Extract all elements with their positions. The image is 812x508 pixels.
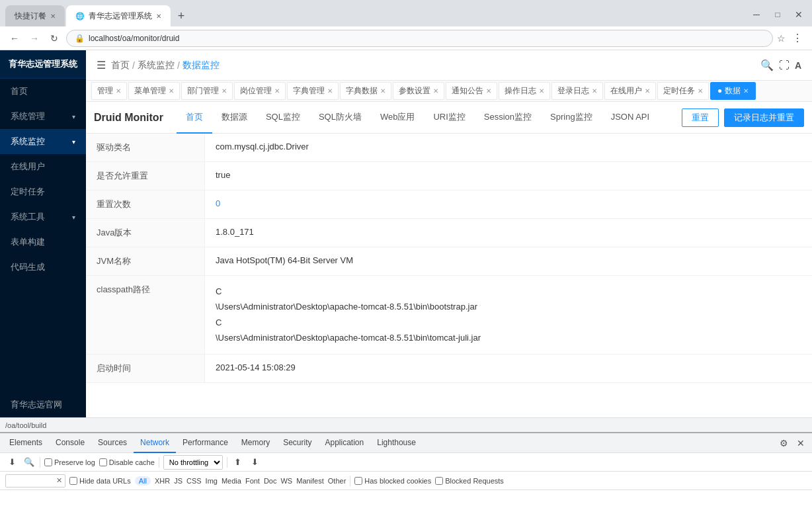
devtools-close-icon[interactable]: ✕ [792, 435, 809, 452]
tab2-close[interactable]: ✕ [156, 13, 161, 20]
page-tab-9[interactable]: 操作日志✕ [499, 82, 550, 100]
browser-tabs: 快捷订餐 ✕ 🌐 青华志远管理系统 ✕ + [5, 0, 749, 26]
devtools-tab-network[interactable]: Network [134, 433, 176, 453]
devtools-settings-icon[interactable]: ⚙ [775, 435, 792, 452]
search-icon[interactable]: 🔍 [22, 456, 36, 469]
has-blocked-cookies-checkbox[interactable] [354, 477, 362, 485]
filter-manifest[interactable]: Manifest [296, 477, 324, 485]
page-tab-7[interactable]: 参数设置✕ [393, 82, 444, 100]
devtools-tab-performance[interactable]: Performance [176, 433, 235, 453]
devtools-tab-application[interactable]: Application [319, 433, 371, 453]
forward-button[interactable]: → [26, 30, 42, 46]
page-tab-3[interactable]: 部门管理✕ [181, 82, 233, 100]
reload-button[interactable]: ↻ [46, 30, 62, 46]
preserve-log-checkbox[interactable] [44, 458, 52, 466]
druid-nav-home[interactable]: 首页 [177, 102, 212, 134]
bookmark-button[interactable]: ☆ [777, 33, 786, 44]
reset-button[interactable]: 重置 [682, 108, 719, 127]
devtools-tab-console[interactable]: Console [49, 433, 91, 453]
filter-clear-btn[interactable]: ✕ [56, 476, 62, 485]
maximize-button[interactable]: □ [770, 7, 786, 22]
druid-nav-sql[interactable]: SQL监控 [257, 102, 309, 134]
page-tab-10[interactable]: 登录日志✕ [551, 82, 603, 100]
sidebar-item-code-gen[interactable]: 代码生成 [0, 255, 86, 280]
devtools-tab-elements[interactable]: Elements [3, 433, 49, 453]
disable-cache-checkbox[interactable] [99, 458, 107, 466]
breadcrumb-datamon: 数据监控 [183, 60, 220, 71]
sidebar-item-form-builder[interactable]: 表单构建 [0, 230, 86, 255]
sidebar-item-online-users[interactable]: 在线用户 [0, 154, 86, 179]
throttle-select[interactable]: No throttling Fast 3G Slow 3G [163, 455, 223, 470]
hide-data-urls-checkbox[interactable] [69, 477, 77, 485]
fullscreen-icon[interactable]: ⛶ [779, 60, 790, 71]
sidebar-item-scheduled-tasks[interactable]: 定时任务 [0, 179, 86, 204]
sidebar-tools-label: 系统工具 [11, 211, 45, 223]
filter-icon[interactable]: ⬇ [5, 456, 19, 469]
blocked-requests-checkbox[interactable] [435, 477, 443, 485]
hamburger-icon[interactable]: ☰ [97, 59, 106, 71]
filter-css[interactable]: CSS [186, 477, 202, 485]
close-button[interactable]: ✕ [791, 7, 807, 22]
minimize-button[interactable]: ─ [749, 7, 764, 22]
filter-img[interactable]: Img [206, 477, 218, 485]
all-tag[interactable]: All [135, 476, 151, 486]
sidebar-item-system-tools[interactable]: 系统工具 ▾ [0, 204, 86, 230]
druid-nav-uri[interactable]: URI监控 [424, 102, 474, 134]
settings-icon[interactable]: ⋮ [790, 30, 805, 46]
sidebar-item-official-site[interactable]: 育华志远官网 [0, 392, 86, 417]
page-tab-5[interactable]: 字典管理✕ [287, 82, 339, 100]
devtools-tab-memory[interactable]: Memory [235, 433, 276, 453]
page-tab-1[interactable]: 管理✕ [91, 82, 127, 100]
devtools-tab-lighthouse[interactable]: Lighthouse [370, 433, 423, 453]
row-driver: 驱动类名 com.mysql.cj.jdbc.Driver [86, 134, 812, 162]
filter-font[interactable]: Font [245, 477, 260, 485]
back-button[interactable]: ← [7, 30, 22, 46]
hide-data-urls-label[interactable]: Hide data URLs [69, 477, 131, 485]
devtools-tab-sources[interactable]: Sources [91, 433, 134, 453]
filter-ws[interactable]: WS [280, 477, 292, 485]
disable-cache-label[interactable]: Disable cache [99, 458, 155, 466]
log-reset-button[interactable]: 记录日志并重置 [724, 108, 804, 127]
font-icon[interactable]: A [795, 60, 801, 71]
export-icon[interactable]: ⬇ [249, 456, 262, 469]
divider [40, 457, 40, 468]
filter-xhr[interactable]: XHR [155, 477, 170, 485]
tab1-close[interactable]: ✕ [50, 13, 56, 20]
address-bar[interactable]: 🔒 localhost/oa/monitor/druid [66, 30, 773, 47]
sidebar-item-system-monitor[interactable]: 系统监控 ▾ [0, 129, 86, 154]
breadcrumb-sysmon[interactable]: 系统监控 [138, 60, 175, 71]
search-icon[interactable]: 🔍 [760, 59, 774, 71]
page-tab-8[interactable]: 通知公告✕ [446, 82, 497, 100]
page-tab-2[interactable]: 菜单管理✕ [128, 82, 180, 100]
druid-nav-datasource[interactable]: 数据源 [212, 102, 257, 134]
devtools-tab-security[interactable]: Security [276, 433, 318, 453]
page-tab-4[interactable]: 岗位管理✕ [234, 82, 286, 100]
status-url: /oa/tool/build [5, 421, 46, 429]
sidebar-online-label: 在线用户 [11, 161, 45, 173]
breadcrumb-home[interactable]: 首页 [111, 60, 130, 71]
new-tab-button[interactable]: + [172, 7, 190, 25]
druid-nav-webapp[interactable]: Web应用 [371, 102, 425, 134]
druid-nav-firewall[interactable]: SQL防火墙 [309, 102, 371, 134]
preserve-log-label[interactable]: Preserve log [44, 458, 95, 466]
import-icon[interactable]: ⬆ [231, 456, 245, 469]
filter-other[interactable]: Other [328, 477, 346, 485]
druid-nav-json[interactable]: JSON API [602, 102, 659, 134]
page-tab-6[interactable]: 字典数据✕ [340, 82, 391, 100]
has-blocked-cookies-label[interactable]: Has blocked cookies [354, 477, 431, 485]
sidebar-item-home[interactable]: 首页 [0, 79, 86, 104]
druid-nav-spring[interactable]: Spring监控 [541, 102, 602, 134]
blocked-requests-label[interactable]: Blocked Requests [435, 477, 504, 485]
filter-js[interactable]: JS [174, 477, 183, 485]
druid-nav-session[interactable]: Session监控 [475, 102, 541, 134]
page-tab-13-active[interactable]: ● 数据✕ [710, 82, 756, 100]
tab-2[interactable]: 🌐 青华志远管理系统 ✕ [66, 5, 171, 26]
tab-1[interactable]: 快捷订餐 ✕ [5, 5, 65, 26]
page-tab-12[interactable]: 定时任务✕ [657, 82, 709, 100]
filter-doc[interactable]: Doc [264, 477, 277, 485]
sidebar-tasks-label: 定时任务 [11, 186, 45, 198]
filter-media[interactable]: Media [222, 477, 241, 485]
page-tab-11[interactable]: 在线用户✕ [604, 82, 656, 100]
sidebar-item-system-admin[interactable]: 系统管理 ▾ [0, 104, 86, 129]
filter-input[interactable] [9, 475, 55, 487]
